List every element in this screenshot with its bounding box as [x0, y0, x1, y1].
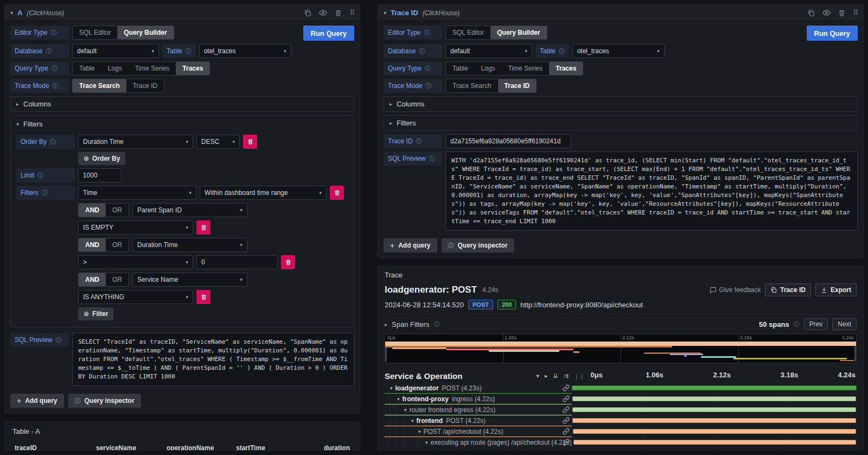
- sql-editor-option[interactable]: SQL Editor: [446, 26, 490, 39]
- filter-time-field-select[interactable]: Time▾: [78, 186, 196, 200]
- trace-id-input[interactable]: d2a7155ef6a928a05680e5ff6190241d: [445, 134, 571, 148]
- and-option[interactable]: AND: [79, 273, 106, 286]
- filter-time-value-select[interactable]: Within dashboard time range▾: [200, 186, 327, 200]
- column-header-starttime[interactable]: startTime: [233, 444, 314, 451]
- delete-query-icon[interactable]: [838, 9, 845, 17]
- and-option[interactable]: AND: [79, 204, 106, 217]
- span-link-icon[interactable]: [563, 439, 570, 446]
- span-row[interactable]: ▾frontend-proxyingress (4.22s): [385, 394, 857, 405]
- info-icon[interactable]: ⓘ: [429, 151, 435, 166]
- query-type-table[interactable]: Table: [73, 62, 101, 75]
- chevron-down-icon[interactable]: ▾: [397, 396, 403, 402]
- collapse-query-icon[interactable]: ▾: [384, 10, 386, 16]
- column-header-traceid[interactable]: traceID: [11, 444, 93, 451]
- column-header-servicename[interactable]: serviceName: [93, 444, 163, 451]
- chevron-right-icon[interactable]: ▸: [385, 321, 387, 327]
- trace-mode-id[interactable]: Trace ID: [498, 79, 537, 92]
- info-icon[interactable]: ⓘ: [419, 44, 425, 58]
- query-inspector-button[interactable]: ⓘQuery inspector: [442, 238, 514, 252]
- span-duration-bar[interactable]: [572, 407, 857, 412]
- chevron-down-icon[interactable]: ▾: [425, 440, 431, 445]
- delete-query-icon[interactable]: [335, 9, 342, 17]
- span-name-cell[interactable]: ▾router frontend egress (4.22s): [385, 405, 572, 415]
- hide-query-icon[interactable]: [822, 9, 831, 17]
- chevron-down-icon[interactable]: ▾: [390, 386, 395, 391]
- span-name-cell[interactable]: ▾POST /api/checkout (4.22s): [385, 426, 572, 437]
- info-icon[interactable]: ⓘ: [52, 61, 58, 75]
- table-select[interactable]: otel_traces▾: [199, 44, 291, 58]
- span-duration-bar[interactable]: [573, 429, 856, 434]
- span-bar-area[interactable]: [572, 383, 857, 394]
- order-direction-select[interactable]: DESC▾: [196, 135, 240, 149]
- span-filters-label[interactable]: Span Filters: [392, 320, 429, 328]
- filter1-field-select[interactable]: Parent Span ID▾: [132, 203, 247, 217]
- collapse-one-icon[interactable]: ▾: [537, 372, 540, 380]
- info-icon[interactable]: ⓘ: [425, 61, 431, 75]
- span-row[interactable]: ▾POST /api/checkout (4.22s): [385, 426, 857, 437]
- query-inspector-button[interactable]: ⓘQuery inspector: [68, 394, 141, 408]
- export-button[interactable]: Export: [815, 283, 857, 296]
- filters-section-header[interactable]: ▾ Filters: [16, 119, 348, 131]
- query-type-traces[interactable]: Traces: [176, 62, 209, 75]
- span-link-icon[interactable]: [563, 395, 570, 402]
- or-option[interactable]: OR: [106, 273, 129, 286]
- collapse-all-icon[interactable]: ⇊: [553, 372, 558, 380]
- chevron-down-icon[interactable]: ▾: [418, 429, 424, 434]
- info-icon[interactable]: ⓘ: [37, 168, 43, 182]
- and-option[interactable]: AND: [79, 238, 106, 251]
- info-icon[interactable]: ⓘ: [50, 135, 56, 149]
- trace-mode-search[interactable]: Trace Search: [446, 79, 498, 92]
- filter3-field-select[interactable]: Service Name▾: [132, 273, 247, 287]
- info-icon[interactable]: ⓘ: [426, 79, 432, 93]
- query-type-logs[interactable]: Logs: [475, 62, 502, 75]
- span-bar-area[interactable]: [572, 394, 857, 405]
- filter2-operator-select[interactable]: >▾: [78, 255, 193, 269]
- add-query-button[interactable]: +Add query: [10, 394, 64, 408]
- limit-input[interactable]: 1000: [78, 168, 122, 182]
- remove-order-by-button[interactable]: [243, 135, 257, 149]
- filter3-operator-select[interactable]: IS ANYTHING▾: [78, 290, 193, 304]
- info-icon[interactable]: ⓘ: [424, 26, 430, 40]
- add-query-button[interactable]: +Add query: [384, 238, 437, 252]
- span-row[interactable]: ▾router frontend egress (4.22s): [385, 405, 857, 415]
- column-resize-handle[interactable]: ❘❘: [572, 372, 587, 380]
- info-icon[interactable]: ⓘ: [794, 320, 800, 328]
- span-bar-area[interactable]: [572, 437, 857, 447]
- filters-section[interactable]: ▸ Filters: [384, 115, 858, 131]
- expand-one-icon[interactable]: ▸: [545, 372, 548, 380]
- remove-filter1-button[interactable]: [196, 220, 210, 235]
- info-icon[interactable]: ⓘ: [433, 320, 439, 328]
- order-by-field-select[interactable]: Duration Time▾: [78, 135, 193, 149]
- columns-section[interactable]: ▸ Columns: [10, 96, 354, 112]
- span-name-cell[interactable]: ▾loadgeneratorPOST (4.23s): [385, 383, 572, 394]
- or-option[interactable]: OR: [106, 204, 129, 217]
- database-select[interactable]: default▾: [72, 44, 159, 58]
- add-filter-button[interactable]: ⊕Filter: [78, 307, 113, 320]
- span-duration-bar[interactable]: [572, 396, 857, 401]
- remove-time-filter-button[interactable]: [330, 186, 344, 200]
- query-header-traceid[interactable]: ▾ Trace ID (ClickHouse) ⠿: [378, 5, 863, 21]
- query-builder-option[interactable]: Query Builder: [490, 26, 546, 39]
- query-type-timeseries[interactable]: Time Series: [502, 62, 550, 75]
- columns-section[interactable]: ▸ Columns: [384, 96, 858, 112]
- span-row[interactable]: ▾frontendPOST (4.22s): [385, 415, 857, 426]
- run-query-button[interactable]: Run Query: [807, 26, 858, 41]
- next-span-button[interactable]: Next: [832, 318, 857, 330]
- span-duration-bar[interactable]: [573, 440, 856, 445]
- or-option[interactable]: OR: [106, 238, 129, 251]
- column-header-duration[interactable]: duration: [314, 444, 353, 451]
- collapse-query-icon[interactable]: ▾: [10, 10, 13, 16]
- info-icon[interactable]: ⓘ: [416, 134, 422, 148]
- expand-all-icon[interactable]: ⇉: [564, 372, 569, 380]
- info-icon[interactable]: ⓘ: [50, 26, 56, 40]
- info-icon[interactable]: ⓘ: [42, 186, 48, 200]
- span-link-icon[interactable]: [563, 406, 570, 413]
- remove-filter3-button[interactable]: [196, 290, 210, 304]
- query-type-table[interactable]: Table: [446, 62, 475, 75]
- filter2-value-input[interactable]: 0: [196, 255, 278, 269]
- query-header-a[interactable]: ▾ A (ClickHouse) ⠿: [5, 5, 360, 21]
- query-builder-option[interactable]: Query Builder: [117, 26, 173, 39]
- span-bar-area[interactable]: [572, 405, 857, 415]
- query-type-traces[interactable]: Traces: [549, 62, 583, 75]
- span-link-icon[interactable]: [563, 384, 570, 391]
